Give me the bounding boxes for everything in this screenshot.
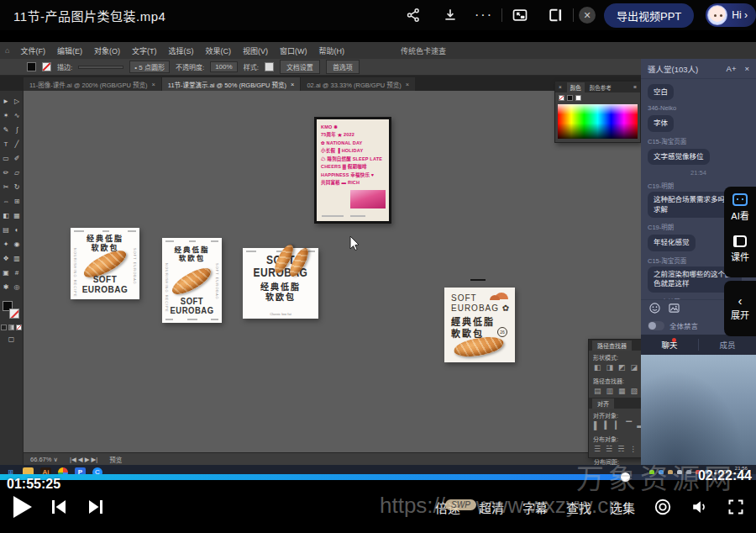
align-icon[interactable]: ▎ (615, 421, 621, 430)
next-button[interactable] (86, 497, 106, 517)
distribute-icon[interactable]: ⋮ (629, 445, 637, 453)
shape-mode-icon[interactable]: ◪ (631, 363, 638, 372)
artboard-tool[interactable]: ▣ (1, 266, 12, 280)
player-menu-item[interactable]: 字幕 (522, 499, 548, 516)
artboard-bread-poster-4[interactable]: SOFTEUROBAG ✿ 經典低脂軟歐包 26 (444, 288, 515, 362)
view-mode[interactable]: 预览 (109, 455, 122, 464)
perspective-grid-tool[interactable]: ▦ (12, 208, 23, 223)
curvature-tool[interactable]: ∫ (12, 123, 23, 137)
menu-item[interactable]: 对象(O) (94, 45, 120, 56)
tab-chat[interactable]: 聊天 (641, 335, 698, 355)
fullscreen-icon[interactable] (727, 499, 744, 515)
eraser-tool[interactable]: ▱ (12, 166, 23, 180)
download-icon[interactable] (438, 3, 463, 28)
panel-menu-icon[interactable]: ≡ (633, 84, 637, 90)
menu-item[interactable]: 视图(V) (243, 45, 268, 56)
slice-tool[interactable]: # (12, 266, 23, 280)
player-menu-item[interactable]: 倍速 (435, 499, 460, 516)
tab-close-icon[interactable]: × (151, 81, 155, 88)
image-upload-icon[interactable] (669, 303, 680, 314)
selection-tool[interactable]: ► (1, 94, 12, 108)
column-graph-tool[interactable]: ▥ (12, 251, 23, 266)
menu-item[interactable]: 效果(C) (205, 45, 231, 56)
tab-align[interactable]: 对齐 (592, 398, 614, 409)
rectangle-tool[interactable]: ▭ (1, 151, 12, 166)
artboard-bread-poster-1[interactable]: 经典低脂软欧包 NOURISHING RECIPE SOFT EUROBAG S… (71, 228, 139, 299)
menu-item[interactable]: 选择(S) (168, 45, 193, 56)
pathfinder-icon[interactable]: ▥ (606, 387, 614, 395)
magic-wand-tool[interactable]: ✶ (1, 108, 12, 123)
scale-tool[interactable]: ⇔ (1, 194, 12, 208)
brush-select[interactable]: • 5 点圆形 (129, 61, 170, 73)
progress-bar[interactable] (0, 474, 756, 480)
artboard-bread-poster-3[interactable]: SOFTEUROBAG 经典低脂软欧包 Classic low fat (243, 248, 318, 319)
play-button[interactable] (13, 496, 32, 518)
pathfinder-icon[interactable]: ▧ (631, 387, 638, 395)
style-swatch[interactable] (265, 62, 274, 71)
stroke-swatch[interactable] (9, 309, 19, 319)
fill-color-swatch[interactable] (27, 62, 36, 71)
fill-stroke-swatches[interactable] (3, 301, 21, 321)
distribute-icon[interactable]: ☰ (594, 445, 601, 453)
symbol-sprayer-tool[interactable]: ❖ (1, 251, 12, 266)
emoji-icon[interactable] (649, 303, 660, 314)
close-icon[interactable]: ✕ (579, 7, 596, 24)
document-tab[interactable]: 11节-课堂演示.ai @ 50% (RGB/GPU 预览) × (162, 77, 301, 91)
pen-tool[interactable]: ✎ (1, 123, 12, 137)
menu-item[interactable]: 窗口(W) (280, 45, 307, 56)
shape-mode-icon[interactable]: ◩ (618, 363, 626, 372)
share-icon[interactable] (401, 3, 426, 28)
zoom-level-select[interactable]: 66.67% ∨ (30, 456, 58, 463)
line-tool[interactable]: ╱ (12, 137, 23, 151)
pencil-tool[interactable]: ✏ (1, 166, 12, 180)
align-icon[interactable]: ▍ (604, 421, 610, 430)
tab-color-guide[interactable]: 颜色参考 (590, 83, 612, 92)
player-menu-item[interactable]: 超清 (479, 499, 504, 516)
pathfinder-icon[interactable]: ▦ (618, 387, 626, 395)
courseware-button[interactable]: 课件 (731, 235, 749, 263)
dock-panel-icon[interactable] (543, 3, 568, 28)
gradient-tool[interactable]: ◐ (12, 223, 23, 237)
video-frame[interactable]: ⌂ 文件(F)编辑(E)对象(O)文字(T)选择(S)效果(C)视图(V)窗口(… (0, 42, 756, 481)
color-spectrum[interactable] (558, 104, 638, 139)
plugin-tab[interactable]: 传统色卡速查 (401, 45, 446, 56)
eyedropper-tool[interactable]: ✦ (1, 237, 12, 251)
panel-close-icon[interactable]: × (559, 84, 562, 90)
direct-selection-tool[interactable]: ▷ (12, 94, 23, 108)
tab-close-icon[interactable]: × (406, 81, 409, 88)
zoom-tool[interactable]: ◎ (12, 280, 23, 294)
player-menu-item[interactable]: 选集 (610, 499, 635, 516)
rotate-tool[interactable]: ↻ (12, 180, 23, 194)
export-video-ppt-button[interactable]: 导出视频PPT (604, 3, 694, 28)
distribute-icon[interactable]: ☴ (617, 445, 624, 453)
lasso-tool[interactable]: ∿ (12, 108, 23, 123)
menu-item[interactable]: 帮助(H) (318, 45, 344, 56)
player-menu-item[interactable]: 查找 (566, 499, 591, 516)
shape-builder-tool[interactable]: ◧ (1, 208, 12, 223)
font-size-icon[interactable]: A+ (727, 64, 737, 73)
artboard-navigation[interactable]: |◀ ◀ ▶ ▶| (70, 456, 97, 463)
opacity-value[interactable]: 100% (210, 61, 237, 72)
menu-item[interactable]: 编辑(E) (57, 45, 82, 56)
document-tab[interactable]: 02.ai @ 33.33% (RGB/GPU 预览) × (301, 77, 415, 91)
free-transform-tool[interactable]: ⊞ (12, 194, 23, 208)
mute-all-toggle[interactable] (648, 321, 664, 330)
document-tab[interactable]: 11-图像-课件.ai @ 200% (RGB/GPU 预览) × (24, 77, 161, 91)
expand-button[interactable]: ‹ 展开 (731, 297, 749, 321)
tab-pathfinder[interactable]: 路径查找器 (592, 340, 632, 351)
stroke-width-profile[interactable] (78, 66, 123, 69)
chat-close-icon[interactable]: × (744, 64, 749, 73)
tab-members[interactable]: 成员 (699, 335, 756, 355)
blend-tool[interactable]: ◉ (12, 237, 23, 251)
previous-button[interactable] (49, 497, 69, 517)
screen-mode-icon[interactable]: ▢ (8, 335, 15, 343)
quick-swatches[interactable] (555, 92, 640, 103)
artboard-bread-poster-2[interactable]: 经典低脂软欧包 NOURISHING RECIPE SOFT EUROBAG S… (162, 238, 222, 323)
record-icon[interactable] (654, 498, 672, 516)
more-options-icon[interactable]: ··· (471, 3, 496, 28)
type-tool[interactable]: T (1, 137, 12, 151)
volume-icon[interactable] (690, 498, 709, 516)
menu-item[interactable]: 文字(T) (132, 45, 157, 56)
align-icon[interactable]: ▔ (626, 421, 632, 430)
mesh-tool[interactable]: ▤ (1, 223, 12, 237)
